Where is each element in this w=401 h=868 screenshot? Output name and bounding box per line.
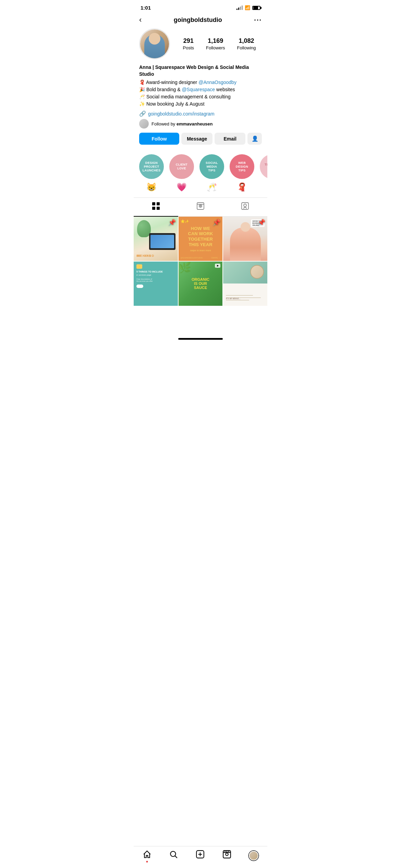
- bio-line-3: 🥂 Social media management & consulting: [139, 93, 262, 100]
- bio-line-4: ✨ Now booking July & August: [139, 100, 262, 108]
- pin-icon-2: 📌: [213, 219, 220, 226]
- tagged-icon: [241, 202, 249, 212]
- post-2-brand: @GOINGBOLDSTUDIO: [181, 257, 203, 259]
- add-friend-icon: 👤: [252, 136, 258, 142]
- reels-icon: [196, 202, 205, 212]
- profile-header: ‹ goingboldstudio ···: [134, 13, 267, 28]
- highlight-circle-template: TEMPLATSHOP: [260, 154, 267, 179]
- post-5[interactable]: 🌿 ORGANICIS OURSAUCE ▶: [179, 262, 223, 306]
- battery-icon: [252, 6, 260, 10]
- home-indicator: [134, 333, 267, 345]
- tab-tagged[interactable]: [223, 198, 267, 216]
- status-bar: 1:01 📶: [134, 0, 267, 13]
- bio-line-2: 🎉 Bold branding & @Squarespace websites: [139, 86, 262, 93]
- content-tabs: [134, 197, 267, 217]
- mention-squarespace[interactable]: @Squarespace: [182, 87, 215, 92]
- tab-grid[interactable]: [134, 198, 178, 216]
- time: 1:01: [141, 5, 151, 11]
- grid-icon: [152, 202, 160, 212]
- profile-section: 291 Posts 1,169 Followers 1,082 Followin…: [134, 28, 267, 154]
- username-header: goingboldstudio: [174, 16, 222, 24]
- posts-label: Posts: [183, 45, 194, 50]
- svg-rect-3: [157, 207, 160, 210]
- posts-stat[interactable]: 291 Posts: [183, 37, 194, 50]
- wifi-icon: 📶: [245, 5, 250, 10]
- svg-rect-0: [152, 202, 155, 205]
- highlight-web-design[interactable]: WEBDESIGNTIPS 🧣: [230, 154, 254, 192]
- back-button[interactable]: ‹: [139, 15, 142, 24]
- play-icon: ▶: [215, 264, 220, 268]
- followed-avatar: [139, 119, 149, 129]
- post-4-badge: ✨: [136, 264, 142, 269]
- post-1[interactable]: BE KIND 📌: [134, 217, 178, 261]
- action-buttons: Follow Message Email 👤: [139, 133, 262, 145]
- post-6-caption: it's all about...: [226, 297, 241, 300]
- post-4-title: 5 THINGS TO INCLUDEin services page: [136, 270, 175, 277]
- highlight-template-shop[interactable]: TEMPLATSHOP 🖥: [260, 154, 267, 192]
- followed-text: Followed by emmavanheusen: [151, 121, 213, 126]
- highlight-client-love[interactable]: CLIENTLOVE 💗: [169, 154, 194, 192]
- link-icon: 🔗: [139, 110, 146, 117]
- svg-rect-4: [197, 203, 204, 209]
- following-stat[interactable]: 1,082 Following: [237, 37, 256, 50]
- svg-point-9: [244, 204, 246, 207]
- message-button[interactable]: Message: [181, 133, 212, 145]
- followers-stat[interactable]: 1,169 Followers: [206, 37, 225, 50]
- home-bar: [178, 338, 223, 340]
- signal-icon: [236, 5, 243, 10]
- more-options-button[interactable]: ···: [254, 16, 262, 24]
- highlight-design-launches[interactable]: DESIGNPROJECTLAUNCHES 😸: [139, 154, 164, 192]
- leaves-decoration: 🌿: [179, 262, 191, 274]
- stats-row: 291 Posts 1,169 Followers 1,082 Followin…: [177, 37, 262, 50]
- posts-grid: BE KIND 📌 ⭐✨ HOW WECAN WORKTOGETHERTHIS …: [134, 217, 267, 305]
- avatar[interactable]: [139, 28, 170, 59]
- follow-button[interactable]: Follow: [139, 133, 179, 145]
- profile-top: 291 Posts 1,169 Followers 1,082 Followin…: [139, 28, 262, 59]
- followed-by-section: Followed by emmavanheusen: [139, 119, 262, 129]
- highlight-circle-social: SOCIALMEDIATIPS: [199, 154, 224, 179]
- highlight-social-media[interactable]: SOCIALMEDIATIPS 🥂: [199, 154, 224, 192]
- bio-section: Anna | Squarespace Web Design & Social M…: [139, 64, 262, 108]
- post-2-sub: swipe to learn more: [190, 249, 211, 252]
- bio-name: Anna | Squarespace Web Design & Social M…: [139, 64, 262, 77]
- followed-by-label: Followed by: [151, 121, 175, 126]
- svg-point-5: [199, 205, 202, 207]
- post-2-swipe: SWIPE →: [211, 257, 220, 259]
- pin-icon: 📌: [168, 219, 176, 226]
- post-5-text: ORGANICIS OURSAUCE: [192, 277, 209, 290]
- post-4-toggle: [136, 285, 143, 288]
- highlight-circle-web: WEBDESIGNTIPS: [230, 154, 254, 179]
- following-label: Following: [237, 45, 256, 50]
- website-section: 🔗 goingboldstudio.com/instagram: [139, 110, 262, 117]
- stars-decoration: ⭐✨: [181, 219, 189, 223]
- mention-anna[interactable]: @AnnaOsgoodby: [198, 80, 236, 85]
- post-4[interactable]: ✨ 5 THINGS TO INCLUDEin services page Cl…: [134, 262, 178, 306]
- highlight-circle-design: DESIGNPROJECTLAUNCHES: [139, 154, 164, 179]
- highlight-circle-client: CLIENTLOVE: [169, 154, 194, 179]
- highlights-row: DESIGNPROJECTLAUNCHES 😸 CLIENTLOVE 💗 SOC…: [134, 154, 267, 197]
- followed-name[interactable]: emmavanheusen: [177, 121, 213, 126]
- post-2[interactable]: ⭐✨ HOW WECAN WORKTOGETHERTHIS YEAR swipe…: [179, 217, 223, 261]
- posts-count: 291: [183, 37, 194, 45]
- svg-point-6: [200, 206, 201, 207]
- following-count: 1,082: [239, 37, 254, 45]
- status-icons: 📶: [236, 5, 260, 10]
- post-6[interactable]: it's all about...: [223, 262, 267, 306]
- svg-rect-8: [242, 203, 248, 209]
- tab-reels[interactable]: [178, 198, 223, 216]
- website-link[interactable]: goingboldstudio.com/instagram: [148, 111, 215, 117]
- svg-rect-1: [157, 202, 160, 205]
- svg-rect-2: [152, 207, 155, 210]
- add-friend-button[interactable]: 👤: [247, 133, 262, 145]
- post-4-sub: Clear descriptions ofthe services you of…: [136, 278, 175, 282]
- email-button[interactable]: Email: [215, 133, 245, 145]
- bio-line-1: 🧣 Award-winning designer @AnnaOsgoodby: [139, 79, 262, 86]
- post-2-text: HOW WECAN WORKTOGETHERTHIS YEAR: [188, 226, 213, 247]
- pin-icon-3: 📌: [258, 219, 265, 226]
- post-6-avatar: [250, 265, 264, 279]
- followers-count: 1,169: [208, 37, 223, 45]
- post-3[interactable]: GROW YOURBUSINESSONLINE 📌: [223, 217, 267, 261]
- followers-label: Followers: [206, 45, 225, 50]
